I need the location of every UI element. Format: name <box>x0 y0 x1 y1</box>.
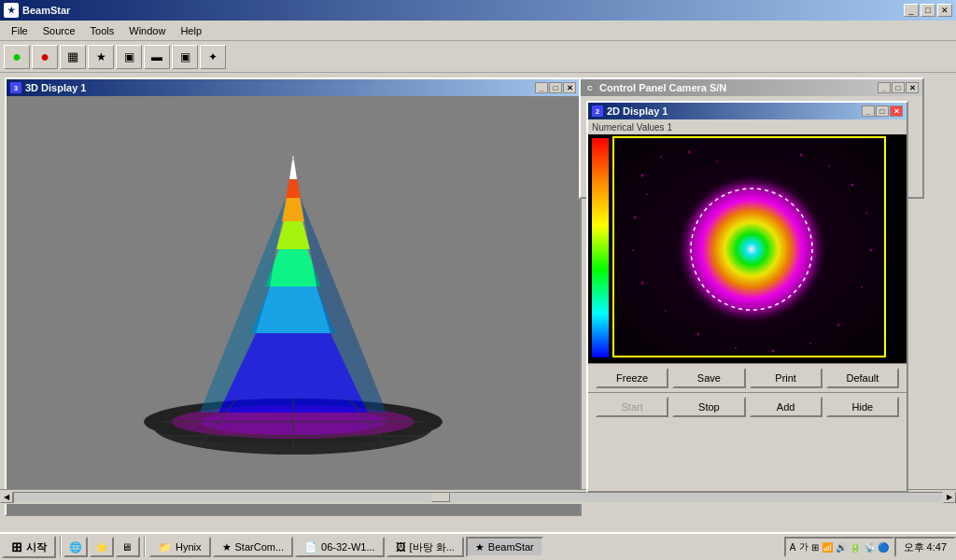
window-3d-title: 3D Display 1 <box>25 82 86 93</box>
window-2d-maximize[interactable]: □ <box>876 105 889 117</box>
menu-window[interactable]: Window <box>121 23 173 38</box>
maximize-button[interactable]: □ <box>921 4 935 17</box>
hide-button[interactable]: Hide <box>826 397 899 417</box>
minimize-button[interactable]: _ <box>904 4 919 17</box>
taskbar-item-file-icon: 📄 <box>304 541 317 553</box>
taskbar-item-starcom[interactable]: ★ StarCom... <box>213 537 294 557</box>
window-3d-content <box>7 96 580 514</box>
svg-point-39 <box>632 249 634 251</box>
save-button[interactable]: Save <box>672 368 745 388</box>
taskbar-sep2 <box>144 537 146 557</box>
taskbar-item-starcom-icon: ★ <box>222 541 232 553</box>
stop-button[interactable]: Stop <box>672 397 745 417</box>
toolbar-star2-icon[interactable]: ✦ <box>200 45 226 69</box>
beam-3d-visualization <box>106 147 480 464</box>
svg-point-34 <box>772 350 775 353</box>
menu-tools[interactable]: Tools <box>83 23 122 38</box>
title-bar-controls: _ □ ✕ <box>904 4 952 17</box>
default-button[interactable]: Default <box>826 368 899 388</box>
window-3d-controls: _ □ ✕ <box>535 82 576 93</box>
window-control-title: Control Panel Camera S/N <box>599 82 726 93</box>
main-area: 3 3D Display 1 _ □ ✕ <box>0 73 956 504</box>
menu-bar: File Source Tools Window Help <box>0 21 956 41</box>
svg-point-36 <box>697 333 700 336</box>
taskbar-item-beamstar[interactable]: ★ BeamStar <box>466 537 543 557</box>
taskbar-item-hynix[interactable]: 📁 Hynix <box>149 537 211 557</box>
menu-file[interactable]: File <box>4 23 35 38</box>
window-3d-close[interactable]: ✕ <box>563 82 576 93</box>
taskbar-separator <box>60 537 62 557</box>
system-clock[interactable]: 오후 4:47 <box>894 537 956 557</box>
tray-icon5: 🔊 <box>836 542 847 553</box>
scroll-right-button[interactable]: ▶ <box>943 492 956 503</box>
toolbar-box-icon[interactable]: ▣ <box>116 45 142 69</box>
window-3d-title-bar: 3 3D Display 1 _ □ ✕ <box>7 79 580 96</box>
svg-point-30 <box>870 249 873 252</box>
svg-marker-7 <box>276 221 310 249</box>
app-title: BeamStar <box>22 5 904 16</box>
toolbar-red-dot[interactable]: ● <box>32 45 58 69</box>
scroll-left-button[interactable]: ◀ <box>0 492 13 503</box>
svg-point-23 <box>660 156 662 158</box>
window-2d-icon: 2 <box>592 105 603 117</box>
tray-icon6: 🔋 <box>850 542 861 553</box>
taskbar-items: 🌐 ⭐ 🖥 📁 Hynix ★ StarCom... 📄 06-32-W1...… <box>63 537 784 557</box>
toolbar-green-dot[interactable]: ● <box>4 45 30 69</box>
freeze-button[interactable]: Freeze <box>596 368 668 388</box>
tray-korean-icon: 가 <box>799 540 808 553</box>
svg-point-32 <box>837 324 840 327</box>
window-control-title-bar: C Control Panel Camera S/N _ □ ✕ <box>581 79 922 96</box>
toolbar-rect-icon[interactable]: ▬ <box>144 45 170 69</box>
toolbar-star-icon[interactable]: ★ <box>88 45 114 69</box>
toolbar-grid-icon[interactable]: ▦ <box>60 45 86 69</box>
taskbar-quick3[interactable]: 🖥 <box>116 537 140 557</box>
window-3d-minimize[interactable]: _ <box>535 82 548 93</box>
window-2d-minimize[interactable]: _ <box>862 105 875 117</box>
taskbar-item-bg-icon: 🖼 <box>396 541 406 553</box>
svg-point-35 <box>735 347 737 349</box>
taskbar-quick1[interactable]: 🌐 <box>63 537 88 557</box>
beam-2d-content <box>588 134 907 363</box>
window-2d-close[interactable]: ✕ <box>890 105 903 117</box>
taskbar-item-bg[interactable]: 🖼 [바탕 화... <box>387 537 464 557</box>
svg-point-40 <box>634 217 637 219</box>
taskbar-item-file[interactable]: 📄 06-32-W1... <box>295 537 384 557</box>
window-control-maximize[interactable]: □ <box>892 82 905 93</box>
svg-point-25 <box>716 161 718 162</box>
svg-point-28 <box>851 184 854 187</box>
add-button[interactable]: Add <box>750 397 822 417</box>
toolbar-icon6[interactable]: ▣ <box>172 45 198 69</box>
print-button[interactable]: Print <box>750 368 822 388</box>
taskbar: ⊞ 시작 🌐 ⭐ 🖥 📁 Hynix ★ StarCom... 📄 06-32-… <box>0 532 956 560</box>
color-scale-bar <box>592 138 609 357</box>
tray-icon3: ⊞ <box>811 542 819 553</box>
taskbar-quick2[interactable]: ⭐ <box>90 537 114 557</box>
start-button[interactable]: Start <box>596 397 668 417</box>
svg-point-31 <box>861 287 863 288</box>
scrollbar-track[interactable] <box>13 492 943 503</box>
window-2d-title-bar: 2 2D Display 1 _ □ ✕ <box>588 103 907 119</box>
tray-ime-icon: A <box>790 542 796 553</box>
scrollbar-thumb[interactable] <box>431 493 450 502</box>
title-bar: ★ BeamStar _ □ ✕ <box>0 0 956 21</box>
taskbar-item-beamstar-icon: ★ <box>475 541 485 553</box>
taskbar-item-hynix-icon: 📁 <box>159 541 172 553</box>
svg-point-38 <box>641 282 644 285</box>
svg-point-22 <box>641 175 644 177</box>
action-buttons-row: Freeze Save Print Default <box>588 363 907 392</box>
system-tray: A 가 ⊞ 📶 🔊 🔋 📡 🔵 <box>784 537 894 557</box>
close-button[interactable]: ✕ <box>937 4 952 17</box>
svg-point-29 <box>865 212 867 214</box>
menu-source[interactable]: Source <box>35 23 83 38</box>
start-button-taskbar[interactable]: ⊞ 시작 <box>2 536 56 558</box>
window-control-minimize[interactable]: _ <box>878 82 891 93</box>
window-control-close[interactable]: ✕ <box>906 82 919 93</box>
window-3d-maximize[interactable]: □ <box>549 82 562 93</box>
clock-display: 오후 4:47 <box>904 540 947 554</box>
window-control-controls: _ □ ✕ <box>878 82 919 93</box>
tray-icon4: 📶 <box>822 542 833 553</box>
menu-help[interactable]: Help <box>173 23 209 38</box>
beam-display-area <box>612 136 886 357</box>
app-icon: ★ <box>4 3 19 18</box>
window-2d-controls: _ □ ✕ <box>862 105 903 117</box>
